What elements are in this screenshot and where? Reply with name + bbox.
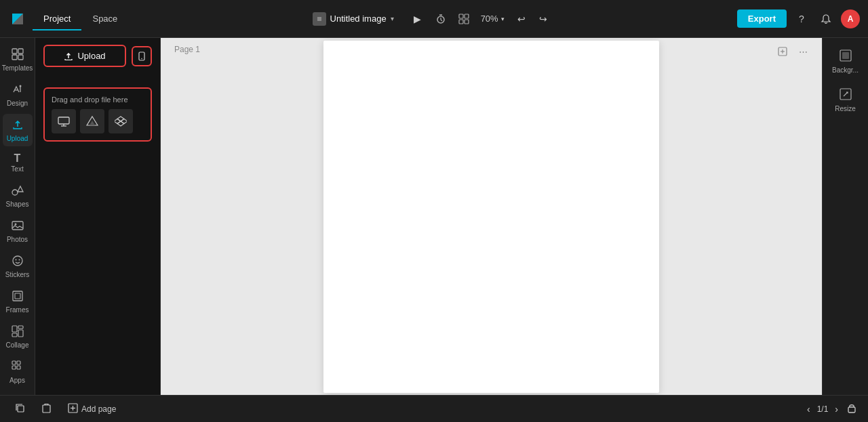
svg-rect-6 bbox=[459, 20, 463, 24]
bottombar: Add page ‹ 1/1 › bbox=[0, 395, 868, 422]
topbar-center: Page 1 Untitled image ▾ ▶ bbox=[128, 9, 736, 29]
canvas-area: Page 1 ⋯ bbox=[161, 38, 822, 395]
design-label: Design bbox=[7, 100, 28, 107]
svg-rect-16 bbox=[12, 221, 23, 230]
svg-point-17 bbox=[14, 224, 16, 226]
zoom-control[interactable]: 70% ▾ bbox=[477, 12, 509, 25]
panel-header: Upload bbox=[35, 38, 160, 74]
drop-zone-icons bbox=[52, 109, 144, 133]
export-button[interactable]: Export bbox=[737, 9, 787, 28]
layout-btn[interactable] bbox=[454, 9, 474, 29]
avatar[interactable]: A bbox=[841, 9, 860, 28]
doc-icon bbox=[313, 12, 326, 26]
svg-point-19 bbox=[15, 259, 16, 261]
sidebar-item-shapes[interactable]: Shapes bbox=[3, 180, 33, 212]
background-panel-item[interactable]: Backgr... bbox=[826, 43, 865, 79]
apps-label: Apps bbox=[9, 377, 25, 384]
sidebar-item-upload[interactable]: Upload bbox=[3, 114, 33, 146]
sidebar-item-stickers[interactable]: Stickers bbox=[3, 250, 33, 282]
tab-project[interactable]: Project bbox=[33, 9, 81, 28]
page-nav: ‹ 1/1 › bbox=[804, 402, 841, 416]
play-btn[interactable]: ▶ bbox=[408, 9, 428, 29]
upload-icon bbox=[11, 118, 24, 133]
resize-label: Resize bbox=[835, 105, 856, 112]
sidebar-item-design[interactable]: Design bbox=[3, 79, 33, 111]
resize-icon bbox=[839, 87, 852, 104]
timer-btn[interactable] bbox=[431, 9, 451, 29]
sidebar-item-collage[interactable]: Collage bbox=[3, 320, 33, 353]
page-controls: ⋯ bbox=[774, 43, 811, 60]
help-icon[interactable]: ? bbox=[792, 9, 811, 28]
svg-marker-39 bbox=[121, 119, 127, 124]
zoom-level: 70% bbox=[481, 14, 498, 24]
svg-rect-26 bbox=[12, 333, 17, 337]
upload-label: Upload bbox=[7, 135, 28, 142]
add-page-btn[interactable]: Add page bbox=[64, 400, 120, 418]
notification-icon[interactable] bbox=[816, 9, 835, 28]
svg-rect-27 bbox=[12, 361, 16, 364]
svg-point-20 bbox=[18, 259, 20, 261]
google-drive-btn[interactable] bbox=[80, 109, 104, 133]
zoom-dropdown-icon: ▾ bbox=[501, 16, 505, 22]
text-label: Text bbox=[11, 165, 23, 173]
doc-title-text: Untitled image bbox=[330, 14, 387, 24]
svg-rect-23 bbox=[12, 326, 17, 332]
sidebar-item-text[interactable]: T Text bbox=[3, 149, 33, 177]
tab-group: Project Space bbox=[33, 9, 128, 28]
canvas-more-btn[interactable]: ⋯ bbox=[795, 43, 811, 60]
canvas-settings-btn[interactable] bbox=[774, 43, 791, 60]
page-label: Page 1 bbox=[174, 45, 200, 54]
svg-point-18 bbox=[13, 256, 22, 266]
svg-marker-38 bbox=[115, 119, 121, 124]
sidebar-item-photos[interactable]: Photos bbox=[3, 215, 33, 247]
svg-marker-40 bbox=[117, 121, 124, 126]
drop-zone-label: Drag and drop file here bbox=[52, 96, 144, 104]
svg-marker-37 bbox=[117, 117, 124, 121]
right-panel: Backgr... Resize bbox=[822, 38, 868, 395]
topbar-right: Export ? A bbox=[737, 9, 860, 28]
sidebar-item-frames[interactable]: Frames bbox=[3, 285, 33, 318]
apps-icon bbox=[11, 360, 24, 375]
svg-rect-22 bbox=[15, 293, 20, 299]
doc-title-group[interactable]: Page 1 Untitled image ▾ bbox=[313, 12, 394, 26]
drop-zone[interactable]: Drag and drop file here bbox=[43, 87, 152, 142]
sidebar-item-apps[interactable]: Apps bbox=[3, 356, 33, 388]
svg-rect-47 bbox=[18, 406, 24, 412]
stickers-icon bbox=[11, 254, 24, 270]
phone-upload-btn[interactable] bbox=[132, 46, 152, 66]
sidebar-item-templates[interactable]: Templates bbox=[3, 43, 33, 76]
upload-button[interactable]: Upload bbox=[43, 45, 126, 67]
copy-btn[interactable] bbox=[11, 400, 29, 418]
background-icon bbox=[839, 49, 852, 65]
redo-btn[interactable]: ↪ bbox=[533, 9, 553, 29]
doc-dropdown-icon: ▾ bbox=[391, 15, 394, 22]
topbar-left: Project Space bbox=[8, 9, 128, 28]
shapes-label: Shapes bbox=[6, 201, 29, 208]
svg-rect-28 bbox=[17, 361, 20, 364]
computer-upload-btn[interactable] bbox=[52, 109, 76, 133]
prev-page-btn[interactable]: ‹ bbox=[804, 402, 813, 416]
collage-label: Collage bbox=[6, 341, 29, 349]
photos-label: Photos bbox=[7, 236, 28, 243]
svg-rect-25 bbox=[18, 330, 23, 337]
lock-btn[interactable] bbox=[846, 402, 857, 415]
svg-rect-24 bbox=[18, 326, 23, 329]
svg-rect-45 bbox=[842, 52, 849, 59]
shapes-icon bbox=[11, 184, 24, 199]
tab-space[interactable]: Space bbox=[81, 9, 128, 28]
topbar: Project Space Page 1 Untitled image ▾ ▶ bbox=[0, 0, 868, 38]
paste-btn[interactable] bbox=[37, 400, 56, 418]
undo-btn[interactable]: ↩ bbox=[511, 9, 532, 29]
main-layout: Templates Design Upload bbox=[0, 38, 868, 395]
frames-icon bbox=[11, 289, 24, 305]
svg-rect-21 bbox=[13, 291, 22, 301]
svg-marker-36 bbox=[90, 121, 95, 125]
next-page-btn[interactable]: › bbox=[832, 402, 841, 416]
photos-icon bbox=[11, 219, 24, 234]
svg-point-14 bbox=[12, 190, 18, 195]
svg-rect-7 bbox=[465, 20, 469, 24]
copy-icon bbox=[15, 403, 25, 415]
dropbox-btn[interactable] bbox=[108, 109, 133, 133]
svg-rect-30 bbox=[17, 366, 20, 369]
resize-panel-item[interactable]: Resize bbox=[826, 82, 865, 118]
